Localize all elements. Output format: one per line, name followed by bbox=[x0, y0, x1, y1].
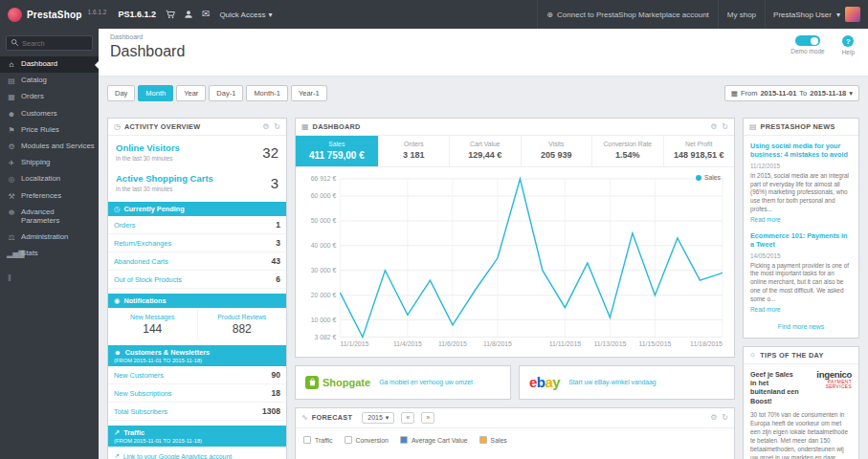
forecast-panel-header: ∿ FORECAST 2015 ▾ « » ⚙ ↻ bbox=[296, 408, 734, 428]
row-label: Abandoned Carts bbox=[114, 257, 168, 266]
online-visitors-link[interactable]: Online Visitors bbox=[116, 142, 180, 153]
pending-orders-row[interactable]: Orders 1 bbox=[108, 216, 286, 234]
user-menu[interactable]: PrestaShop User ▾ bbox=[765, 0, 868, 29]
filter-month-1-button[interactable]: Month-1 bbox=[246, 85, 288, 101]
sidebar-item-advanced-parameters[interactable]: ☸ Advanced Parameters bbox=[0, 205, 99, 230]
filter-month-button[interactable]: Month bbox=[138, 85, 173, 101]
google-analytics-link[interactable]: ↗ Link to your Google Analytics account bbox=[108, 447, 286, 459]
filter-year-button[interactable]: Year bbox=[176, 85, 206, 101]
forecast-prev-button[interactable]: « bbox=[401, 412, 414, 424]
kpi-visits[interactable]: Visits 205 939 bbox=[522, 136, 592, 166]
kpi-cart-value[interactable]: Cart Value 129,44 € bbox=[450, 136, 521, 166]
sidebar-item-modules[interactable]: ⚙ Modules and Services bbox=[0, 139, 99, 155]
notifications-header: ◉ Notifications bbox=[108, 294, 286, 308]
date-range-picker[interactable]: ▦ From 2015-11-01 To 2015-11-18 ▾ bbox=[724, 85, 859, 101]
filter-day-1-button[interactable]: Day-1 bbox=[209, 85, 243, 101]
middle-column: ▦ DASHBOARD ⚙ ↻ Sales 411 759,00 € bbox=[295, 118, 735, 459]
collapse-menu-button[interactable]: ‖ bbox=[8, 273, 99, 283]
gear-icon[interactable]: ⚙ bbox=[262, 122, 269, 131]
abandoned-carts-row[interactable]: Abandoned Carts 43 bbox=[108, 252, 286, 271]
new-messages-cell[interactable]: New Messages 144 bbox=[108, 308, 198, 340]
sidebar-item-label: Localization bbox=[21, 175, 60, 184]
forecast-year-select[interactable]: 2015 ▾ bbox=[362, 412, 394, 424]
sidebar-item-catalog[interactable]: ▤ Catalog bbox=[0, 73, 99, 89]
my-shop-link[interactable]: My shop bbox=[718, 0, 765, 29]
forecast-legend-sales[interactable]: Sales bbox=[479, 436, 507, 444]
total-subscribers-row[interactable]: Total Subscribers 1308 bbox=[108, 403, 286, 421]
search-input[interactable] bbox=[22, 39, 88, 48]
legend-label: Traffic bbox=[315, 437, 333, 444]
new-subscriptions-row[interactable]: New Subscriptions 18 bbox=[108, 384, 286, 403]
gear-icon[interactable]: ⚙ bbox=[710, 122, 717, 131]
messages-notifications-icon[interactable]: ✉ bbox=[202, 10, 210, 19]
marketplace-link[interactable]: ⊕ Connect to PrestaShop Marketplace acco… bbox=[537, 0, 717, 29]
svg-text:11/4/2015: 11/4/2015 bbox=[393, 340, 422, 347]
pending-returns-row[interactable]: Return/Exchanges 3 bbox=[108, 234, 286, 252]
out-of-stock-row[interactable]: Out of Stock Products 6 bbox=[108, 271, 286, 289]
read-more-link[interactable]: Read more bbox=[750, 306, 852, 313]
refresh-icon[interactable]: ↻ bbox=[274, 122, 280, 131]
sidebar-item-preferences[interactable]: ⚒ Preferences bbox=[0, 188, 99, 205]
forecast-legend-conversion[interactable]: Conversion bbox=[345, 436, 389, 444]
demo-mode-toggle[interactable] bbox=[795, 35, 820, 46]
svg-text:11/13/2015: 11/13/2015 bbox=[593, 340, 626, 347]
gear-icon[interactable]: ⚙ bbox=[710, 413, 717, 422]
sidebar-item-label: Stats bbox=[21, 250, 38, 258]
shopgate-link[interactable]: Ga mobiel en verhoog uw omzet bbox=[379, 379, 473, 385]
filter-year-1-button[interactable]: Year-1 bbox=[291, 85, 327, 101]
kpi-net-profit[interactable]: Net Profit 148 918,51 € bbox=[664, 136, 734, 166]
customers-newsletters-range: (FROM 2015-11-01 TO 2015-11-18) bbox=[114, 358, 280, 363]
sidebar-item-shipping[interactable]: ✈ Shipping bbox=[0, 155, 99, 171]
tip-headline-link[interactable]: Geef je Sales in het buitenland een Boos… bbox=[750, 370, 799, 405]
sidebar-item-localization[interactable]: ◎ Localization bbox=[0, 171, 99, 187]
svg-text:40 000 €: 40 000 € bbox=[311, 242, 337, 249]
refresh-icon[interactable]: ↻ bbox=[722, 413, 728, 422]
news-body: Using social media for your business: 4 … bbox=[744, 136, 858, 338]
kpi-value: 1.54% bbox=[595, 150, 659, 160]
sidebar-item-stats[interactable]: ▂▅▇ Stats bbox=[0, 246, 99, 262]
dashboard-panel-header: ▦ DASHBOARD ⚙ ↻ bbox=[296, 119, 734, 136]
sales-chart-container: Sales 66 912 €60 000 €50 000 €40 000 €30… bbox=[296, 167, 734, 357]
news-item: Using social media for your business: 4 … bbox=[750, 142, 852, 223]
news-headline-link[interactable]: Ecommerce 101: Payments in a Tweet bbox=[750, 231, 852, 250]
online-visitors-stat: Online Visitors in the last 30 minutes 3… bbox=[108, 136, 286, 166]
main-content: Dashboard Dashboard Demo mode ? Help Day… bbox=[99, 29, 868, 459]
news-headline-link[interactable]: Using social media for your business: 4 … bbox=[750, 142, 852, 160]
ebay-logo: ebay bbox=[529, 375, 560, 389]
read-more-link[interactable]: Read more bbox=[750, 216, 852, 223]
tip-top: Geef je Sales in het buitenland een Boos… bbox=[750, 370, 852, 405]
sidebar-item-dashboard[interactable]: ⌂ Dashboard bbox=[0, 56, 99, 73]
product-reviews-cell[interactable]: Product Reviews 882 bbox=[198, 308, 287, 340]
version-label: 1.6.1.2 bbox=[88, 9, 107, 15]
row-label: Total Subscribers bbox=[114, 407, 167, 416]
cell-value: 882 bbox=[200, 322, 285, 336]
row-label: New Subscriptions bbox=[114, 389, 171, 398]
filter-day-button[interactable]: Day bbox=[107, 85, 135, 101]
sidebar-item-orders[interactable]: ▦ Orders bbox=[0, 89, 99, 105]
panel-actions: ⚙ ↻ bbox=[710, 122, 728, 131]
forecast-next-button[interactable]: » bbox=[421, 412, 434, 424]
shop-name-menu[interactable]: PS1.6.1.2 bbox=[118, 10, 156, 19]
kpi-conversion-rate[interactable]: Conversion Rate 1.54% bbox=[592, 136, 663, 166]
tips-panel-title: TIPS OF THE DAY bbox=[760, 351, 823, 360]
help-button[interactable]: ? bbox=[842, 35, 854, 47]
sidebar-item-price-rules[interactable]: ⚑ Price Rules bbox=[0, 122, 99, 139]
sidebar-item-customers[interactable]: ☻ Customers bbox=[0, 106, 99, 122]
new-customers-row[interactable]: New Customers 90 bbox=[108, 366, 286, 384]
customer-notifications-icon[interactable] bbox=[184, 10, 193, 19]
active-carts-link[interactable]: Active Shopping Carts bbox=[116, 173, 213, 184]
row-value: 1308 bbox=[262, 406, 280, 416]
page-title: Dashboard bbox=[110, 43, 857, 60]
forecast-legend-average-cart-value[interactable]: Average Cart Value bbox=[400, 436, 468, 444]
cart-notifications-icon[interactable] bbox=[166, 10, 175, 19]
quick-access-menu[interactable]: Quick Access ▾ bbox=[219, 11, 272, 19]
kpi-orders[interactable]: Orders 3 181 bbox=[379, 136, 450, 166]
ebay-link[interactable]: Start uw eBay-winkel vandaag bbox=[568, 379, 656, 385]
find-more-news-link[interactable]: Find more news bbox=[750, 321, 852, 331]
forecast-legend-traffic[interactable]: Traffic bbox=[303, 436, 333, 444]
prestashop-logo[interactable]: PrestaShop 1.6.1.2 bbox=[0, 8, 112, 22]
kpi-sales[interactable]: Sales 411 759,00 € bbox=[296, 136, 379, 166]
refresh-icon[interactable]: ↻ bbox=[722, 122, 728, 131]
chevron-down-icon: ▾ bbox=[849, 89, 853, 98]
sidebar-item-administration[interactable]: ⚖ Administration bbox=[0, 230, 99, 246]
